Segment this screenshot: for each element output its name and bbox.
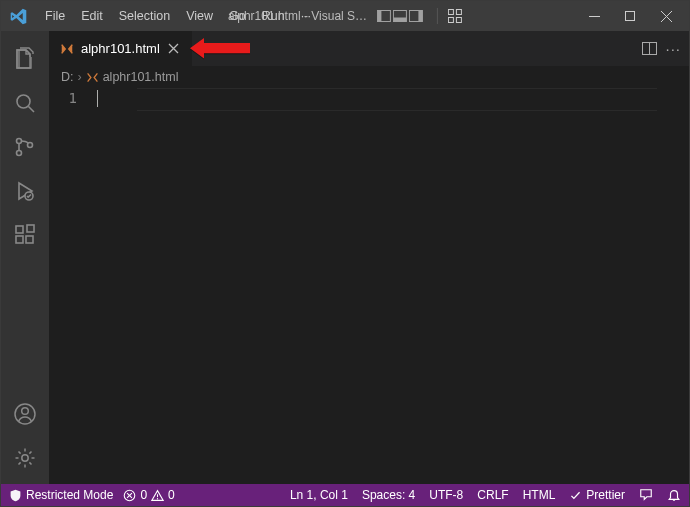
status-prettier[interactable]: Prettier <box>567 488 627 502</box>
status-bar: Restricted Mode 0 0 Ln 1, Col 1 Spaces: … <box>1 484 689 506</box>
split-editor-icon[interactable] <box>642 42 657 55</box>
body: alphr101.html ··· D: › <box>1 31 689 484</box>
line-gutter: 1 <box>49 88 95 484</box>
svg-point-23 <box>22 455 28 461</box>
status-feedback-icon[interactable] <box>637 488 655 502</box>
activity-bar <box>1 31 49 484</box>
status-encoding[interactable]: UTF-8 <box>427 488 465 502</box>
window: File Edit Selection View Go Run ··· alph… <box>0 0 690 507</box>
titlebar: File Edit Selection View Go Run ··· alph… <box>1 1 689 31</box>
svg-rect-9 <box>457 18 462 23</box>
scrollbar-vertical[interactable] <box>675 88 689 484</box>
svg-rect-17 <box>16 226 23 233</box>
menu-file[interactable]: File <box>37 5 73 27</box>
status-language[interactable]: HTML <box>521 488 558 502</box>
crumb-drive[interactable]: D: <box>61 70 74 84</box>
breadcrumb: D: › alphr101.html <box>49 66 689 88</box>
tab-bar: alphr101.html ··· <box>49 31 689 66</box>
window-controls <box>577 2 683 30</box>
status-eol[interactable]: CRLF <box>475 488 510 502</box>
explorer-icon[interactable] <box>1 37 49 81</box>
error-icon <box>123 489 136 502</box>
svg-point-15 <box>28 143 33 148</box>
layout-controls[interactable] <box>373 10 427 22</box>
status-spaces[interactable]: Spaces: 4 <box>360 488 417 502</box>
svg-rect-6 <box>449 10 454 15</box>
svg-point-14 <box>17 151 22 156</box>
shield-icon <box>9 489 22 502</box>
accounts-icon[interactable] <box>1 392 49 436</box>
editor-body: 1 <box>49 88 689 484</box>
status-notifications-icon[interactable] <box>665 488 683 502</box>
tab-more-icon[interactable]: ··· <box>665 40 681 57</box>
extensions-icon[interactable] <box>1 213 49 257</box>
svg-rect-10 <box>589 16 600 17</box>
crumb-file[interactable]: alphr101.html <box>103 70 179 84</box>
tab-label: alphr101.html <box>81 41 160 56</box>
maximize-button[interactable] <box>613 2 647 30</box>
svg-point-28 <box>157 498 158 499</box>
settings-gear-icon[interactable] <box>1 436 49 480</box>
menu-edit[interactable]: Edit <box>73 5 111 27</box>
status-cursor[interactable]: Ln 1, Col 1 <box>288 488 350 502</box>
menu-view[interactable]: View <box>178 5 221 27</box>
text-cursor <box>97 90 98 107</box>
vscode-logo-icon <box>7 5 29 27</box>
editor-area: alphr101.html ··· D: › <box>49 31 689 484</box>
svg-rect-20 <box>27 225 34 232</box>
status-restricted[interactable]: Restricted Mode <box>7 488 115 502</box>
svg-rect-11 <box>625 11 634 20</box>
code-area[interactable] <box>95 88 675 484</box>
svg-rect-8 <box>449 18 454 23</box>
menu-selection[interactable]: Selection <box>111 5 178 27</box>
tab-close-icon[interactable] <box>166 41 182 57</box>
html-file-icon <box>59 41 75 57</box>
tab-alphr101[interactable]: alphr101.html <box>49 31 193 66</box>
svg-rect-19 <box>26 236 33 243</box>
svg-rect-5 <box>419 11 423 22</box>
minimize-button[interactable] <box>577 2 611 30</box>
chevron-right-icon: › <box>78 70 82 84</box>
svg-rect-7 <box>457 10 462 15</box>
close-button[interactable] <box>649 2 683 30</box>
svg-point-22 <box>22 408 29 415</box>
svg-point-13 <box>17 139 22 144</box>
svg-rect-3 <box>394 18 407 22</box>
status-problems[interactable]: 0 0 <box>121 488 176 502</box>
window-title: alphr101.html - Visual S… <box>228 8 462 24</box>
svg-rect-1 <box>378 11 382 22</box>
search-icon[interactable] <box>1 81 49 125</box>
html-file-icon <box>86 71 99 84</box>
check-icon <box>569 489 582 502</box>
run-debug-icon[interactable] <box>1 169 49 213</box>
customize-layout-icon[interactable] <box>448 9 462 23</box>
warning-icon <box>151 489 164 502</box>
line-number: 1 <box>49 90 77 106</box>
svg-point-12 <box>17 95 30 108</box>
svg-rect-18 <box>16 236 23 243</box>
source-control-icon[interactable] <box>1 125 49 169</box>
